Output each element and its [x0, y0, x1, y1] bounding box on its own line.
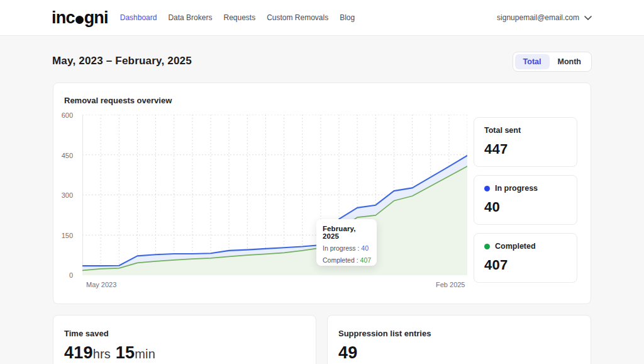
y-tick: 300	[62, 191, 73, 199]
y-tick: 600	[62, 111, 73, 119]
nav-dashboard[interactable]: Dashboard	[120, 13, 157, 22]
tooltip-label: Completed :	[323, 256, 358, 264]
hours-number: 419	[64, 343, 93, 362]
stat-label-text: Total sent	[484, 126, 521, 135]
stat-card-completed: Completed 407	[474, 233, 577, 283]
account-menu[interactable]: signupemail@email.com	[497, 13, 592, 22]
time-saved-label: Time saved	[64, 329, 109, 338]
logo-text-left: inc	[52, 8, 75, 28]
in-progress-value: 40	[484, 199, 567, 215]
chart-tooltip: February, 2025 In progress : 40 Complete…	[316, 219, 377, 266]
toggle-total-button[interactable]: Total	[515, 54, 550, 69]
tooltip-completed-row: Completed : 407	[323, 256, 370, 264]
stat-label-text: Completed	[495, 242, 536, 251]
nav-blog[interactable]: Blog	[340, 13, 355, 22]
x-tick-start: May 2023	[86, 281, 116, 288]
completed-dot-icon	[484, 244, 490, 249]
total-sent-value: 447	[484, 141, 567, 157]
hours-unit: hrs	[93, 347, 111, 361]
chevron-down-icon	[584, 16, 592, 20]
toggle-month-button[interactable]: Month	[550, 54, 589, 69]
y-tick: 450	[62, 152, 73, 159]
stat-label-text: In progress	[495, 184, 538, 193]
suppression-label: Suppression list entries	[338, 329, 431, 338]
stat-label: Total sent	[484, 126, 567, 135]
nav-data-brokers[interactable]: Data Brokers	[168, 13, 212, 22]
account-email: signupemail@email.com	[497, 13, 579, 22]
y-axis-labels: 600 450 300 150 0	[53, 115, 78, 275]
stat-label: In progress	[484, 184, 567, 193]
logo-dot-icon	[75, 16, 84, 24]
suppression-number: 49	[338, 343, 357, 362]
chart-title: Removal requests overview	[64, 96, 172, 105]
chart-stats-column: Total sent 447 In progress 40 Completed …	[474, 117, 577, 283]
time-saved-card: Time saved 419hrs 15min	[53, 315, 316, 364]
nav-custom-removals[interactable]: Custom Removals	[267, 13, 328, 22]
minutes-unit: min	[135, 347, 155, 361]
tooltip-title: February, 2025	[323, 225, 370, 240]
y-tick: 150	[62, 232, 73, 239]
tooltip-label: In progress :	[323, 244, 359, 252]
date-range-title: May, 2023 – February, 2025	[52, 55, 192, 67]
main-nav: Dashboard Data Brokers Requests Custom R…	[120, 13, 355, 22]
logo-text-right: gni	[84, 8, 108, 28]
stat-card-total-sent: Total sent 447	[474, 117, 577, 167]
suppression-value: 49	[338, 343, 357, 363]
in-progress-dot-icon	[484, 186, 490, 191]
stat-label: Completed	[484, 242, 567, 251]
line-chart-plot[interactable]	[82, 115, 467, 275]
tooltip-in-progress-row: In progress : 40	[323, 244, 370, 252]
x-tick-end: Feb 2025	[436, 281, 465, 288]
top-nav-bar: inc gni Dashboard Data Brokers Requests …	[0, 0, 644, 36]
time-saved-value: 419hrs 15min	[64, 343, 155, 363]
y-tick: 0	[69, 271, 73, 279]
suppression-list-card: Suppression list entries 49	[327, 315, 591, 364]
minutes-number: 15	[116, 343, 135, 362]
removal-requests-card: Removal requests overview 600 450 300 15…	[53, 82, 591, 304]
stat-card-in-progress: In progress 40	[474, 175, 577, 225]
nav-requests[interactable]: Requests	[223, 13, 255, 22]
tooltip-value: 407	[360, 256, 372, 264]
tooltip-value: 40	[361, 244, 369, 252]
completed-value: 407	[484, 257, 567, 273]
view-toggle: Total Month	[513, 52, 592, 72]
incogni-logo[interactable]: inc gni	[52, 8, 108, 28]
